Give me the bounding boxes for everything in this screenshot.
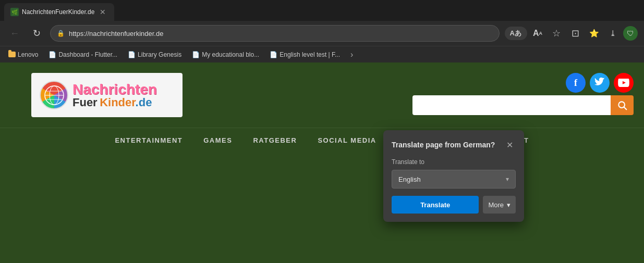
more-button-label: More [488, 201, 504, 209]
popup-header: Translate page from German? ✕ [392, 139, 516, 151]
read-aloud-icon[interactable]: AA [529, 25, 546, 42]
lock-icon: 🔒 [57, 30, 65, 37]
page-icon: 📄 [48, 51, 56, 58]
bookmark-dashboard[interactable]: 📄 Dashboard - Flutter... [44, 49, 121, 60]
facebook-icon[interactable]: f [566, 73, 586, 93]
site-search [412, 95, 634, 117]
collections-icon[interactable]: ⭐ [586, 25, 602, 42]
folder-icon [8, 52, 16, 57]
popup-actions: Translate More ▾ [392, 196, 516, 214]
bookmark-lenovo[interactable]: Lenovo [4, 49, 42, 60]
logo-kinder: Kinder [100, 96, 135, 109]
search-input[interactable] [412, 95, 611, 115]
search-button[interactable] [611, 95, 634, 115]
popup-title: Translate page from German? [392, 141, 495, 149]
download-icon[interactable]: ⤓ [604, 25, 621, 42]
nav-entertainment[interactable]: ENTERTAINMENT [115, 136, 183, 144]
bookmarks-more-button[interactable]: › [347, 49, 356, 60]
bookmark-dashboard-label: Dashboard - Flutter... [58, 51, 117, 58]
logo-fuer: Fuer [72, 97, 98, 108]
dropdown-arrow-icon: ▾ [506, 176, 509, 183]
logo-nachrichten: Nachrichten [72, 82, 157, 97]
translate-to-label: Translate to [392, 158, 516, 166]
more-arrow-icon: ▾ [507, 201, 511, 209]
tab-bar: 🌿 NachrichtenFuerKinder.de ✕ [0, 0, 644, 21]
bookmark-educational-label: My educational blo... [202, 51, 259, 58]
website-content: Nachrichten Fuer Kinder.de f [0, 62, 644, 263]
tab-title: NachrichtenFuerKinder.de [22, 8, 94, 16]
youtube-icon[interactable] [614, 73, 634, 93]
page-icon: 📄 [128, 51, 136, 58]
popup-close-button[interactable]: ✕ [503, 139, 516, 151]
language-dropdown[interactable]: English ▾ [392, 170, 516, 189]
site-header: Nachrichten Fuer Kinder.de f [0, 62, 644, 128]
refresh-button[interactable]: ↻ [28, 25, 45, 42]
active-tab[interactable]: 🌿 NachrichtenFuerKinder.de ✕ [4, 3, 114, 21]
split-view-icon[interactable]: ⊡ [567, 25, 584, 42]
nav-ratgeber[interactable]: RATGEBER [253, 136, 297, 144]
toolbar-icons: Aあ AA ☆ ⊡ ⭐ ⤓ 🛡 [505, 25, 638, 42]
more-button[interactable]: More ▾ [483, 196, 516, 214]
bookmark-library-label: Library Genesis [138, 51, 181, 58]
nav-social-media[interactable]: SOCIAL MEDIA [318, 136, 376, 144]
social-icons: f [566, 73, 634, 93]
nav-games[interactable]: GAMES [203, 136, 232, 144]
site-logo: Nachrichten Fuer Kinder.de [31, 73, 183, 117]
bookmark-educational[interactable]: 📄 My educational blo... [188, 49, 263, 60]
page-icon: 📄 [270, 51, 277, 58]
bookmarks-bar: Lenovo 📄 Dashboard - Flutter... 📄 Librar… [0, 46, 644, 62]
logo-globe [40, 81, 68, 109]
profile-icon[interactable]: 🛡 [623, 26, 638, 41]
bookmark-english-label: English level test | F... [280, 51, 340, 58]
translate-popup: Translate page from German? ✕ Translate … [383, 130, 524, 222]
favorites-icon[interactable]: ☆ [548, 25, 565, 42]
logo-kinder-de: Kinder.de [100, 97, 152, 108]
site-nav: ENTERTAINMENT GAMES RATGEBER SOCIAL MEDI… [0, 128, 644, 153]
bookmark-library-genesis[interactable]: 📄 Library Genesis [124, 49, 186, 60]
address-input[interactable]: 🔒 https://nachrichtenfuerkinder.de [50, 25, 500, 42]
selected-language: English [398, 176, 421, 183]
translate-badge[interactable]: Aあ [505, 27, 527, 40]
bookmark-lenovo-label: Lenovo [18, 51, 38, 58]
translate-button[interactable]: Translate [392, 196, 479, 214]
back-button[interactable]: ← [6, 25, 23, 42]
page-icon: 📄 [192, 51, 200, 58]
url-text: https://nachrichtenfuerkinder.de [69, 30, 163, 37]
logo-dot-de: .de [136, 96, 152, 109]
address-bar: ← ↻ 🔒 https://nachrichtenfuerkinder.de A… [0, 21, 644, 46]
logo-text: Nachrichten Fuer Kinder.de [72, 82, 157, 108]
tab-close-button[interactable]: ✕ [98, 7, 108, 17]
bookmark-english-test[interactable]: 📄 English level test | F... [265, 49, 344, 60]
tab-favicon: 🌿 [10, 8, 19, 16]
twitter-icon[interactable] [590, 73, 610, 93]
svg-line-6 [624, 107, 627, 110]
browser-chrome: 🌿 NachrichtenFuerKinder.de ✕ ← ↻ 🔒 https… [0, 0, 644, 62]
